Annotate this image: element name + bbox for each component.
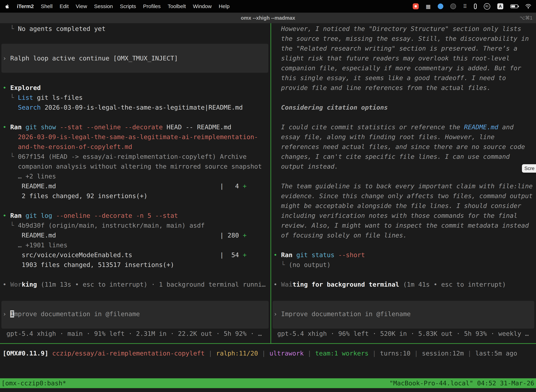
terminal-line: └ List git ls-files bbox=[3, 93, 266, 103]
terminal-line: of focusing solely on file lines. bbox=[273, 230, 533, 240]
text-segment: (no output) bbox=[289, 261, 330, 268]
text-segment: mprove documentation in @filename bbox=[14, 310, 140, 317]
terminal-line: and-the-erosion-of-copyleft.md bbox=[3, 142, 266, 152]
text-segment: ralph:11/20 bbox=[216, 350, 258, 357]
battery-fill bbox=[511, 5, 515, 7]
text-segment: • bbox=[273, 251, 281, 258]
menu-item-profiles[interactable]: Profiles bbox=[143, 3, 161, 9]
menu-item-window[interactable]: Window bbox=[193, 3, 212, 9]
terminal-content: └ No agents completed yet› Ralph loop ac… bbox=[0, 23, 536, 392]
text-segment: I could cite commit statistics or refere… bbox=[273, 123, 464, 131]
window-grid-icon[interactable]: ▦ bbox=[426, 3, 431, 9]
dark-app-icon[interactable] bbox=[450, 4, 456, 9]
text-segment: output instead. bbox=[273, 163, 338, 170]
terminal-line: └ 067f154 (HEAD -> essay/ai-reimplementa… bbox=[3, 152, 266, 162]
terminal-line: src/voice/voiceModeEnabled.ts | 54 + bbox=[3, 250, 266, 260]
menu-item-session[interactable]: Session bbox=[94, 3, 113, 9]
text-segment: git ls-files bbox=[33, 94, 83, 101]
text-segment: … +1901 lines bbox=[3, 242, 67, 249]
terminal-line: … +2 lines bbox=[3, 171, 266, 181]
text-segment: [OMX#0.11.9] bbox=[3, 350, 52, 357]
screen-recording-indicator-icon[interactable] bbox=[413, 3, 419, 9]
text-segment: However, I noticed the "Directory Struct… bbox=[273, 25, 521, 32]
pane-bottom-border bbox=[0, 343, 536, 344]
text-segment: | bbox=[368, 350, 380, 357]
terminal-line: slight risk that future readers may over… bbox=[273, 53, 533, 63]
menu-item-edit[interactable]: Edit bbox=[60, 3, 69, 9]
terminal-line: I could cite commit statistics or refere… bbox=[273, 122, 533, 132]
terminal-line: └ No agents completed yet bbox=[3, 24, 266, 34]
text-segment: might be acceptable alongside the file l… bbox=[273, 202, 521, 209]
terminal-line: changes, I can't cite specific file line… bbox=[273, 152, 533, 162]
text-segment: 1903 files changed, 513517 insertions(+) bbox=[3, 261, 174, 268]
text-segment: | bbox=[258, 350, 269, 357]
text-segment: (11m 13s • esc to interrupt) · 1 backgro… bbox=[37, 281, 266, 288]
terminal-line bbox=[3, 319, 266, 329]
text-segment: | bbox=[304, 350, 315, 357]
text-segment: Ran bbox=[10, 212, 22, 219]
menu-item-scripts[interactable]: Scripts bbox=[120, 3, 136, 9]
right-pane-output[interactable]: However, I noticed the "Directory Struct… bbox=[273, 24, 533, 339]
menubar-status-icons: ▦ ⠿ 61 A bbox=[413, 3, 531, 10]
blue-app-icon[interactable] bbox=[438, 4, 443, 9]
text-segment: | bbox=[205, 350, 216, 357]
pill-app-icon[interactable] bbox=[474, 4, 477, 9]
terminal-line: • Ran git log --oneline --decorate -n 5 … bbox=[3, 211, 266, 221]
text-segment: ultrawork bbox=[269, 350, 304, 357]
text-segment: --short bbox=[335, 251, 365, 258]
menu-item-iterm2[interactable]: iTerm2 bbox=[17, 3, 34, 9]
dots-grid-icon[interactable]: ⠿ bbox=[463, 3, 467, 9]
text-segment: + bbox=[243, 232, 247, 239]
text-segment: | bbox=[464, 350, 475, 357]
text-segment: cczip/essay/ai-reimplementation-copyleft bbox=[52, 350, 205, 357]
menu-item-help[interactable]: Help bbox=[219, 3, 230, 9]
menu-item-shell[interactable]: Shell bbox=[41, 3, 53, 9]
text-segment: review. Also, I might want to inspect th… bbox=[273, 222, 529, 229]
text-segment: › bbox=[3, 310, 10, 317]
terminal-line: including verification notes with those … bbox=[273, 211, 533, 221]
text-segment: └ bbox=[3, 222, 18, 229]
battery-nub bbox=[518, 6, 519, 7]
text-segment: › bbox=[3, 55, 10, 62]
terminal-line: this single essay, it seems like a good … bbox=[273, 73, 533, 83]
terminal-line: essay file, along with finding root file… bbox=[273, 132, 533, 142]
battery-icon[interactable] bbox=[510, 5, 518, 8]
text-segment: this single essay, it seems like a good … bbox=[273, 74, 506, 81]
input-source-icon[interactable]: A bbox=[497, 3, 503, 9]
screen-notification[interactable]: Scre bbox=[522, 164, 536, 173]
text-segment: Ran bbox=[10, 123, 22, 131]
text-segment: --stat --oneline --decorate bbox=[56, 123, 163, 131]
text-segment: king bbox=[22, 281, 37, 288]
text-segment: Wor bbox=[10, 281, 22, 288]
menu-item-toolbelt[interactable]: Toolbelt bbox=[168, 3, 186, 9]
text-segment: and-the-erosion-of-copyleft.md bbox=[3, 143, 132, 150]
window-title-bar: omx --xhigh --madmax ⌥⌘1 bbox=[0, 13, 536, 23]
menu-item-view[interactable]: View bbox=[76, 3, 87, 9]
terminal-line: Considering citation options bbox=[273, 103, 533, 112]
terminal-line: companion analysis without altering the … bbox=[3, 162, 266, 171]
apple-logo bbox=[5, 4, 10, 9]
wifi-icon[interactable] bbox=[525, 4, 531, 9]
terminal-line: gpt-5.4 xhigh · 96% left · 520K in · 5.8… bbox=[273, 329, 533, 339]
terminal-line: README.md | 4 + bbox=[3, 181, 266, 191]
apple-menu-icon[interactable] bbox=[5, 4, 10, 9]
left-pane-output[interactable]: └ No agents completed yet› Ralph loop ac… bbox=[3, 24, 266, 339]
terminal-line bbox=[3, 44, 266, 53]
terminal-line bbox=[273, 319, 533, 329]
text-segment: Explored bbox=[10, 84, 41, 91]
text-segment: gpt-5.4 xhigh · 96% left · 520K in · 5.8… bbox=[273, 330, 529, 337]
text-segment: • bbox=[3, 84, 10, 91]
text-segment: The team guideline is to back every impo… bbox=[273, 182, 533, 190]
text-segment: session:12m bbox=[422, 350, 464, 357]
terminal-line: Search 2026-03-09-is-legal-the-same-as-l… bbox=[3, 103, 266, 112]
text-segment: › Improve documentation in @filename bbox=[273, 310, 411, 317]
text-segment: slight risk that future readers may over… bbox=[273, 55, 510, 62]
text-segment: 2026-03-09-is-legal-the-same-as-legitima… bbox=[3, 133, 258, 140]
pane-divider[interactable] bbox=[270, 23, 271, 344]
terminal-line: the source tree, missing the essay. Stil… bbox=[273, 34, 533, 44]
text-segment: --oneline --decorate -n 5 --stat bbox=[52, 212, 178, 219]
terminal-line: • Ran git status --short bbox=[273, 250, 533, 260]
battery-percentage-indicator[interactable]: 61 bbox=[484, 3, 490, 10]
terminal-line bbox=[3, 73, 266, 83]
terminal-line: • Waiting for background terminal (1m 41… bbox=[273, 280, 533, 289]
